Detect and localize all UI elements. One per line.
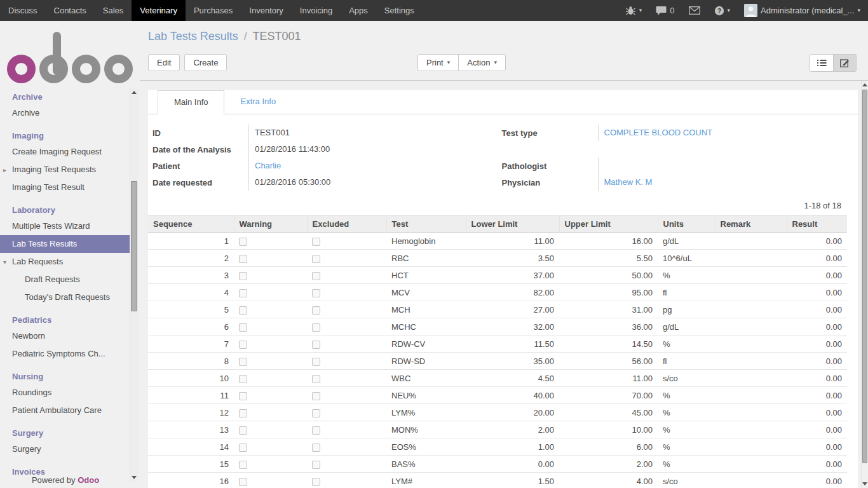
- sidebar-item-draft-requests[interactable]: Draft Requests: [0, 271, 130, 288]
- table-row[interactable]: 7RDW-CV11.5014.50%0.00: [148, 336, 847, 353]
- cell-warning: [234, 404, 307, 421]
- main-scrollbar[interactable]: [861, 81, 868, 488]
- menu-discuss[interactable]: Discuss: [0, 0, 46, 21]
- print-button[interactable]: Print▾: [417, 54, 459, 71]
- cell-excluded: [307, 353, 386, 370]
- cell-result: 0.00: [787, 456, 847, 473]
- create-button[interactable]: Create: [184, 54, 227, 71]
- sidebar-scrollbar[interactable]: [130, 88, 138, 482]
- menu-purchases[interactable]: Purchases: [186, 0, 241, 21]
- sidebar-item-today-s-draft-requests[interactable]: Today's Draft Requests: [0, 288, 130, 306]
- menu-veterinary[interactable]: Veterinary: [132, 0, 186, 21]
- field-label-date-of-the-analysis: Date of the Analysis: [150, 145, 248, 154]
- table-row[interactable]: 16LYM#1.504.00s/co0.00: [148, 473, 847, 488]
- menu-apps[interactable]: Apps: [341, 0, 376, 21]
- list-view-button[interactable]: [810, 54, 834, 72]
- debug-menu[interactable]: ▾: [625, 6, 642, 15]
- sidebar-item-label: Roundings: [12, 388, 51, 397]
- field-value-date-of-the-analysis: 01/28/2016 11:43:00: [248, 141, 499, 158]
- triangle-right-icon[interactable]: ▸: [3, 165, 6, 176]
- table-row[interactable]: 12LYM%20.0045.00%0.00: [148, 404, 847, 421]
- scroll-down-arrow[interactable]: [132, 476, 137, 479]
- sidebar-item-pediatric-symptoms-ch[interactable]: Pediatric Symptoms Ch...: [0, 345, 130, 363]
- menu-settings[interactable]: Settings: [376, 0, 423, 21]
- sidebar-item-imaging-test-requests[interactable]: ▸Imaging Test Requests: [0, 161, 130, 179]
- sidebar-sections: ArchiveArchiveImagingCreate Imaging Requ…: [0, 91, 140, 488]
- cell-remark: [715, 250, 787, 267]
- excluded-checkbox: [312, 272, 320, 280]
- scrollbar-thumb[interactable]: [131, 181, 137, 311]
- edit-button[interactable]: Edit: [148, 54, 180, 71]
- cell-upper-limit: 14.50: [559, 336, 658, 353]
- cell-test: LYM%: [386, 404, 466, 421]
- menu-sales[interactable]: Sales: [95, 0, 132, 21]
- table-row[interactable]: 8RDW-SD35.0056.00fl0.00: [148, 353, 847, 370]
- cell-test: MCV: [386, 284, 466, 301]
- warning-checkbox: [239, 272, 247, 280]
- sidebar-section-title: Pediatrics: [0, 314, 130, 327]
- sidebar-item-create-imaging-request[interactable]: Create Imaging Request: [0, 143, 130, 161]
- powered-by[interactable]: Powered by Odoo: [0, 475, 131, 488]
- user-menu[interactable]: Administrator (medical_... ▾: [744, 4, 860, 17]
- triangle-down-icon[interactable]: ▾: [3, 257, 6, 268]
- sidebar-item-surgery[interactable]: Surgery: [0, 440, 130, 458]
- sidebar-item-patient-ambulatory-care[interactable]: Patient Ambulatory Care: [0, 402, 130, 419]
- tab-main-info[interactable]: Main Info: [158, 90, 224, 114]
- view-switcher: [810, 54, 857, 72]
- table-row[interactable]: 11NEU%40.0070.00%0.00: [148, 387, 847, 404]
- cell-test: LYM#: [386, 473, 466, 488]
- cell-remark: [715, 438, 787, 456]
- menu-invoicing[interactable]: Invoicing: [292, 0, 341, 21]
- logo-letter-o: [104, 55, 133, 83]
- field-value-test-type[interactable]: COMPLETE BLOOD COUNT: [598, 125, 849, 141]
- menu-inventory[interactable]: Inventory: [241, 0, 291, 21]
- table-row[interactable]: 10WBC4.5011.00s/co0.00: [148, 370, 847, 387]
- sidebar-item-newborn[interactable]: Newborn: [0, 327, 130, 345]
- cell-warning: [234, 318, 307, 336]
- cell-excluded: [307, 370, 386, 387]
- cell-test: RBC: [386, 250, 466, 267]
- email-menu[interactable]: [689, 6, 700, 15]
- cell-warning: [234, 421, 307, 438]
- table-row[interactable]: 15BAS%0.002.00%0.00: [148, 456, 847, 473]
- table-row[interactable]: 3HCT37.0050.00%0.00: [148, 267, 847, 284]
- table-row[interactable]: 13MON%2.0010.00%0.00: [148, 421, 847, 438]
- cell-test: HCT: [386, 267, 466, 284]
- cell-remark: [715, 473, 787, 488]
- form-view-button[interactable]: [833, 54, 857, 72]
- cell-upper-limit: 6.00: [559, 438, 658, 456]
- breadcrumb-parent-link[interactable]: Lab Tests Results: [148, 30, 238, 43]
- table-row[interactable]: 14EOS%1.006.00%0.00: [148, 438, 847, 456]
- cell-upper-limit: 36.00: [559, 318, 658, 336]
- cell-sequence: 16: [148, 473, 234, 488]
- sidebar-item-roundings[interactable]: Roundings: [0, 384, 130, 402]
- table-row[interactable]: 1Hemoglobin11.0016.00g/dL0.00: [148, 233, 847, 250]
- warning-checkbox: [239, 306, 247, 315]
- caret-down-icon: ▾: [728, 8, 731, 13]
- sidebar-item-label: Today's Draft Requests: [25, 292, 110, 302]
- sidebar-item-archive[interactable]: Archive: [0, 104, 130, 122]
- table-row[interactable]: 5MCH27.0031.00pg0.00: [148, 301, 847, 318]
- odoo-brand-link[interactable]: Odoo: [78, 475, 99, 485]
- table-row[interactable]: 6MCHC32.0036.00g/dL0.00: [148, 318, 847, 336]
- tab-extra-info[interactable]: Extra Info: [224, 90, 292, 114]
- field-value-patient[interactable]: Charlie: [248, 158, 499, 174]
- table-row[interactable]: 2RBC3.505.5010^6/uL0.00: [148, 250, 847, 267]
- cell-excluded: [307, 404, 386, 421]
- sidebar-item-lab-requests[interactable]: ▾Lab Requests: [0, 253, 130, 271]
- table-row[interactable]: 4MCV82.0095.00fl0.00: [148, 284, 847, 301]
- scrollbar-thumb[interactable]: [862, 90, 867, 463]
- help-menu[interactable]: ? ▾: [714, 6, 731, 16]
- menu-contacts[interactable]: Contacts: [46, 0, 95, 21]
- sidebar-item-lab-tests-results[interactable]: Lab Tests Results: [0, 235, 130, 253]
- cell-test: EOS%: [386, 438, 466, 456]
- scroll-up-arrow[interactable]: [862, 83, 867, 86]
- bug-icon: [625, 6, 636, 15]
- scroll-down-arrow[interactable]: [862, 482, 867, 485]
- scroll-up-arrow[interactable]: [132, 91, 137, 94]
- action-button[interactable]: Action▾: [458, 54, 506, 71]
- field-value-physician[interactable]: Mathew K. M: [598, 174, 849, 191]
- messages-menu[interactable]: 0: [656, 6, 674, 15]
- sidebar-item-multiple-tests-wizard[interactable]: Multiple Tests Wizard: [0, 217, 130, 235]
- sidebar-item-imaging-test-result[interactable]: Imaging Test Result: [0, 179, 130, 196]
